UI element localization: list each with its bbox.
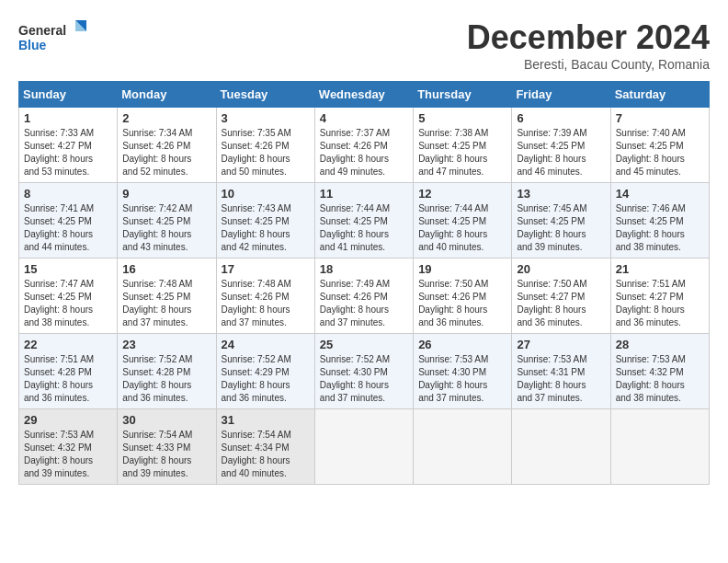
day-info: Sunrise: 7:53 AM Sunset: 4:32 PM Dayligh… [24,429,112,480]
day-number: 30 [122,413,210,427]
day-number: 21 [616,262,704,276]
day-number: 6 [517,111,605,125]
calendar-cell: 12 Sunrise: 7:44 AM Sunset: 4:25 PM Dayl… [414,183,512,259]
calendar-cell: 13 Sunrise: 7:45 AM Sunset: 4:25 PM Dayl… [512,183,610,259]
day-info: Sunrise: 7:52 AM Sunset: 4:29 PM Dayligh… [222,353,310,405]
calendar-cell [414,409,512,485]
calendar-cell: 4 Sunrise: 7:37 AM Sunset: 4:26 PM Dayli… [314,108,413,183]
day-number: 22 [24,338,112,351]
day-info: Sunrise: 7:41 AM Sunset: 4:25 PM Dayligh… [24,202,112,254]
calendar-cell: 1 Sunrise: 7:33 AM Sunset: 4:27 PM Dayli… [19,108,118,183]
calendar-cell: 22 Sunrise: 7:51 AM Sunset: 4:28 PM Dayl… [19,334,118,409]
calendar-cell: 14 Sunrise: 7:46 AM Sunset: 4:25 PM Dayl… [610,183,709,259]
calendar-cell: 16 Sunrise: 7:48 AM Sunset: 4:25 PM Dayl… [118,259,216,334]
day-info: Sunrise: 7:51 AM Sunset: 4:27 PM Dayligh… [616,278,704,329]
day-number: 9 [122,187,210,201]
day-info: Sunrise: 7:51 AM Sunset: 4:28 PM Dayligh… [24,353,112,405]
day-number: 16 [122,262,210,276]
day-number: 5 [418,111,506,125]
weekday-header-friday: Friday [512,82,610,108]
day-info: Sunrise: 7:50 AM Sunset: 4:26 PM Dayligh… [418,278,506,329]
day-number: 19 [418,262,506,276]
day-number: 13 [517,187,605,201]
page-header: General Blue December 2024 Beresti, Baca… [18,18,710,72]
day-number: 18 [320,262,408,276]
day-info: Sunrise: 7:52 AM Sunset: 4:28 PM Dayligh… [122,353,210,405]
calendar-cell: 25 Sunrise: 7:52 AM Sunset: 4:30 PM Dayl… [314,334,413,409]
day-info: Sunrise: 7:47 AM Sunset: 4:25 PM Dayligh… [24,278,112,329]
day-number: 29 [24,413,112,427]
day-number: 23 [122,338,210,351]
day-info: Sunrise: 7:42 AM Sunset: 4:25 PM Dayligh… [122,202,210,254]
weekday-header-wednesday: Wednesday [314,82,413,108]
day-info: Sunrise: 7:44 AM Sunset: 4:25 PM Dayligh… [320,202,408,254]
calendar-cell [610,409,709,485]
weekday-header-tuesday: Tuesday [216,82,314,108]
calendar-table: SundayMondayTuesdayWednesdayThursdayFrid… [18,81,710,485]
day-info: Sunrise: 7:48 AM Sunset: 4:26 PM Dayligh… [222,278,310,329]
day-number: 17 [222,262,310,276]
day-number: 15 [24,262,112,276]
calendar-cell: 18 Sunrise: 7:49 AM Sunset: 4:26 PM Dayl… [314,259,413,334]
day-number: 14 [616,187,704,201]
weekday-header-saturday: Saturday [610,82,709,108]
calendar-cell: 28 Sunrise: 7:53 AM Sunset: 4:32 PM Dayl… [610,334,709,409]
weekday-header-monday: Monday [118,82,216,108]
calendar-cell: 3 Sunrise: 7:35 AM Sunset: 4:26 PM Dayli… [216,108,314,183]
day-info: Sunrise: 7:54 AM Sunset: 4:34 PM Dayligh… [222,429,310,480]
day-number: 7 [616,111,704,125]
calendar-cell: 8 Sunrise: 7:41 AM Sunset: 4:25 PM Dayli… [19,183,118,259]
day-info: Sunrise: 7:45 AM Sunset: 4:25 PM Dayligh… [517,202,605,254]
day-info: Sunrise: 7:40 AM Sunset: 4:25 PM Dayligh… [616,127,704,178]
day-number: 1 [24,111,112,125]
day-number: 27 [517,338,605,351]
day-info: Sunrise: 7:33 AM Sunset: 4:27 PM Dayligh… [24,127,112,178]
day-number: 28 [616,338,704,351]
day-info: Sunrise: 7:37 AM Sunset: 4:26 PM Dayligh… [320,127,408,178]
day-number: 3 [222,111,310,125]
calendar-cell: 31 Sunrise: 7:54 AM Sunset: 4:34 PM Dayl… [216,409,314,485]
day-number: 20 [517,262,605,276]
day-info: Sunrise: 7:35 AM Sunset: 4:26 PM Dayligh… [222,127,310,178]
calendar-cell: 7 Sunrise: 7:40 AM Sunset: 4:25 PM Dayli… [610,108,709,183]
day-number: 2 [122,111,210,125]
day-info: Sunrise: 7:52 AM Sunset: 4:30 PM Dayligh… [320,353,408,405]
calendar-cell: 5 Sunrise: 7:38 AM Sunset: 4:25 PM Dayli… [414,108,512,183]
day-info: Sunrise: 7:49 AM Sunset: 4:26 PM Dayligh… [320,278,408,329]
calendar-cell: 30 Sunrise: 7:54 AM Sunset: 4:33 PM Dayl… [118,409,216,485]
day-number: 8 [24,187,112,201]
day-number: 26 [418,338,506,351]
calendar-cell: 19 Sunrise: 7:50 AM Sunset: 4:26 PM Dayl… [414,259,512,334]
calendar-cell: 27 Sunrise: 7:53 AM Sunset: 4:31 PM Dayl… [512,334,610,409]
calendar-cell [314,409,413,485]
day-number: 25 [320,338,408,351]
location-subtitle: Beresti, Bacau County, Romania [467,57,710,72]
day-number: 4 [320,111,408,125]
month-title: December 2024 [467,18,710,57]
weekday-header-sunday: Sunday [19,82,118,108]
calendar-cell: 9 Sunrise: 7:42 AM Sunset: 4:25 PM Dayli… [118,183,216,259]
day-number: 31 [222,413,310,427]
calendar-cell: 17 Sunrise: 7:48 AM Sunset: 4:26 PM Dayl… [216,259,314,334]
day-info: Sunrise: 7:39 AM Sunset: 4:25 PM Dayligh… [517,127,605,178]
svg-text:General: General [18,23,66,38]
calendar-cell [512,409,610,485]
calendar-cell: 2 Sunrise: 7:34 AM Sunset: 4:26 PM Dayli… [118,108,216,183]
day-info: Sunrise: 7:53 AM Sunset: 4:32 PM Dayligh… [616,353,704,405]
calendar-cell: 15 Sunrise: 7:47 AM Sunset: 4:25 PM Dayl… [19,259,118,334]
calendar-cell: 21 Sunrise: 7:51 AM Sunset: 4:27 PM Dayl… [610,259,709,334]
day-info: Sunrise: 7:34 AM Sunset: 4:26 PM Dayligh… [122,127,210,178]
day-info: Sunrise: 7:53 AM Sunset: 4:30 PM Dayligh… [418,353,506,405]
day-info: Sunrise: 7:44 AM Sunset: 4:25 PM Dayligh… [418,202,506,254]
logo: General Blue [18,18,92,60]
day-number: 10 [222,187,310,201]
day-info: Sunrise: 7:43 AM Sunset: 4:25 PM Dayligh… [222,202,310,254]
calendar-cell: 6 Sunrise: 7:39 AM Sunset: 4:25 PM Dayli… [512,108,610,183]
day-info: Sunrise: 7:54 AM Sunset: 4:33 PM Dayligh… [122,429,210,480]
svg-text:Blue: Blue [18,38,47,52]
calendar-cell: 10 Sunrise: 7:43 AM Sunset: 4:25 PM Dayl… [216,183,314,259]
calendar-cell: 20 Sunrise: 7:50 AM Sunset: 4:27 PM Dayl… [512,259,610,334]
calendar-cell: 11 Sunrise: 7:44 AM Sunset: 4:25 PM Dayl… [314,183,413,259]
weekday-header-thursday: Thursday [414,82,512,108]
calendar-cell: 24 Sunrise: 7:52 AM Sunset: 4:29 PM Dayl… [216,334,314,409]
